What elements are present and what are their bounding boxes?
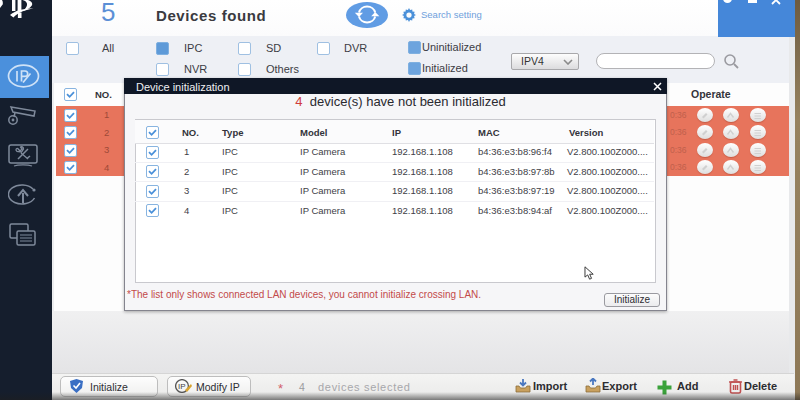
svg-text:IP: IP (178, 382, 186, 391)
